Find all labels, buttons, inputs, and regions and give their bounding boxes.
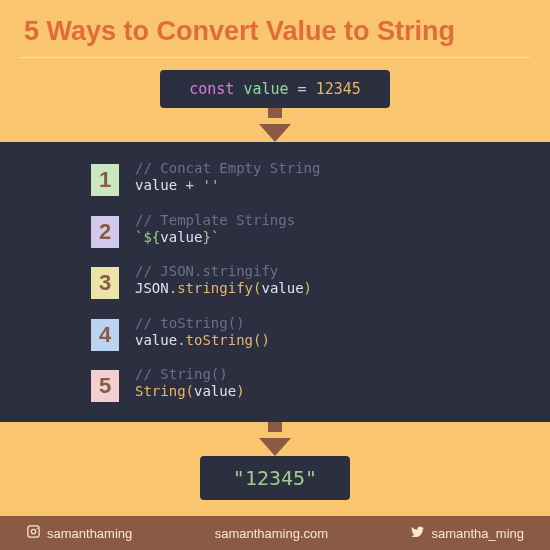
number-literal: 12345 [316, 80, 361, 98]
twitter-icon [410, 524, 425, 542]
code-comment: // String() [135, 366, 460, 382]
var-name: value [243, 80, 288, 98]
twitter-label: samantha_ming [431, 526, 524, 541]
code-comment: // toString() [135, 315, 460, 331]
number-badge: 3 [91, 267, 119, 299]
arrow-down-icon [0, 422, 550, 456]
method-item: 4// toString()value.toString() [135, 315, 460, 351]
method-item: 3// JSON.stringifyJSON.stringify(value) [135, 263, 460, 299]
number-badge: 5 [91, 370, 119, 402]
code-comment: // Concat Empty String [135, 160, 460, 176]
method-item: 5// String()String(value) [135, 366, 460, 402]
twitter-handle: samantha_ming [410, 524, 524, 542]
code-line: value + '' [135, 176, 460, 196]
instagram-label: samanthaming [47, 526, 132, 541]
methods-panel: 1// Concat Empty Stringvalue + ''2// Tem… [0, 142, 550, 422]
const-keyword: const [189, 80, 234, 98]
code-comment: // JSON.stringify [135, 263, 460, 279]
title-underline [20, 57, 530, 58]
number-badge: 1 [91, 164, 119, 196]
result-box: "12345" [200, 456, 350, 500]
equals-sign: = [298, 80, 307, 98]
footer: samanthaming samanthaming.com samantha_m… [0, 516, 550, 550]
website-label: samanthaming.com [215, 526, 328, 541]
code-line: `${value}` [135, 228, 460, 248]
method-item: 1// Concat Empty Stringvalue + '' [135, 160, 460, 196]
method-item: 2// Template Strings`${value}` [135, 212, 460, 248]
page-title: 5 Ways to Convert Value to String [0, 0, 550, 57]
instagram-handle: samanthaming [26, 524, 132, 542]
code-comment: // Template Strings [135, 212, 460, 228]
instagram-icon [26, 524, 41, 542]
code-line: String(value) [135, 382, 460, 402]
declaration-box: const value = 12345 [160, 70, 390, 108]
code-line: value.toString() [135, 331, 460, 351]
number-badge: 4 [91, 319, 119, 351]
code-line: JSON.stringify(value) [135, 279, 460, 299]
number-badge: 2 [91, 216, 119, 248]
arrow-down-icon [0, 108, 550, 142]
